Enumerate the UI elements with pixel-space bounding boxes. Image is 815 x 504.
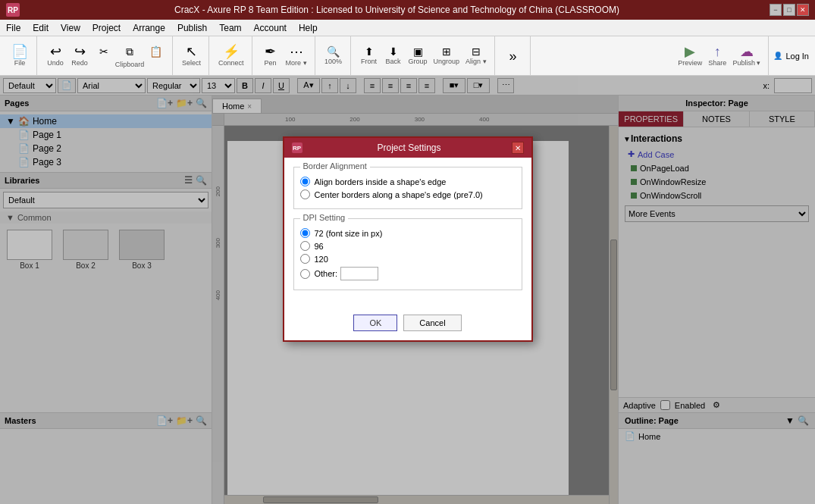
more-label: More ▾ — [286, 59, 307, 67]
menu-team[interactable]: Team — [213, 21, 247, 35]
menu-project[interactable]: Project — [86, 21, 127, 35]
dpi-96-label: 96 — [315, 242, 324, 251]
window-controls[interactable]: − □ ✕ — [770, 4, 809, 16]
maximize-button[interactable]: □ — [783, 4, 795, 16]
connect-group: ⚡ Connect — [211, 36, 252, 75]
select-button[interactable]: ↖ Select — [179, 43, 204, 68]
dialog-title: Project Settings — [307, 142, 512, 153]
cancel-button[interactable]: Cancel — [403, 315, 461, 331]
dpi-radio-other[interactable] — [300, 269, 310, 279]
menu-edit[interactable]: Edit — [27, 21, 55, 35]
border-alignment-content: Align borders inside a shape's edge Cent… — [300, 177, 516, 199]
close-button[interactable]: ✕ — [797, 4, 809, 16]
redo-icon: ↪ — [74, 45, 86, 58]
overflow-button[interactable]: » — [501, 48, 525, 64]
front-label: Front — [361, 58, 377, 65]
dpi-radio-row-other: Other: 72 — [300, 267, 516, 280]
minimize-button[interactable]: − — [770, 4, 782, 16]
back-button[interactable]: ⬇ Back — [381, 45, 406, 67]
menu-help[interactable]: Help — [293, 21, 324, 35]
menu-publish[interactable]: Publish — [171, 21, 213, 35]
preview-button[interactable]: ▶ Preview — [675, 43, 705, 68]
publish-icon: ☁ — [740, 45, 754, 58]
clipboard-group: ↩ Undo ↪ Redo ✂ ⧉ 📋 Clipboard — [39, 36, 173, 75]
preview-label: Preview — [678, 59, 702, 67]
dpi-radio-120[interactable] — [300, 254, 310, 264]
border-radio-1[interactable] — [300, 177, 310, 186]
ungroup-icon: ⊞ — [442, 46, 451, 57]
select-icon: ↖ — [186, 45, 197, 58]
align-button[interactable]: ⊟ Align ▾ — [462, 45, 490, 67]
arrange-group: ⬆ Front ⬇ Back ▣ Group ⊞ Ungroup ⊟ Align… — [353, 36, 495, 75]
zoom-icon: 🔍 — [327, 46, 340, 57]
share-icon: ↑ — [714, 45, 721, 58]
publish-group: ▶ Preview ↑ Share ☁ Publish ▾ — [670, 36, 769, 75]
dpi-radio-row-72: 72 (font size in px) — [300, 228, 516, 238]
clipboard-label: Clipboard — [115, 61, 145, 68]
pen-icon: ✒ — [265, 45, 276, 58]
share-button[interactable]: ↑ Share — [705, 43, 729, 68]
connect-icon: ⚡ — [223, 45, 240, 58]
dpi-other-label: Other: — [315, 269, 338, 278]
zoom-selector[interactable]: 🔍 100% — [321, 45, 346, 67]
border-radio-2[interactable] — [300, 189, 310, 199]
login-button[interactable]: 👤 Log In — [770, 50, 812, 62]
front-button[interactable]: ⬆ Front — [357, 45, 381, 67]
paste-button[interactable]: 📋 — [143, 44, 168, 60]
ungroup-button[interactable]: ⊞ Ungroup — [431, 45, 463, 67]
pen-button[interactable]: ✒ Pen — [259, 43, 283, 68]
toolbar: 📄 File ↩ Undo ↪ Redo ✂ ⧉ 📋 Clipboard ↖ S… — [0, 36, 815, 76]
publish-button[interactable]: ☁ Publish ▾ — [729, 43, 763, 68]
more-group: » — [497, 36, 531, 75]
more-tools-button[interactable]: ⋯ More ▾ — [283, 43, 310, 68]
dpi-other-input[interactable]: 72 — [340, 267, 378, 280]
ungroup-label: Ungroup — [434, 58, 460, 65]
project-settings-dialog: RP Project Settings ✕ Border Alignment A… — [283, 136, 533, 342]
undo-icon: ↩ — [50, 45, 61, 58]
select-group: ↖ Select — [174, 36, 209, 75]
modal-overlay: RP Project Settings ✕ Border Alignment A… — [0, 76, 815, 504]
undo-button[interactable]: ↩ Undo — [43, 43, 67, 68]
connect-button[interactable]: ⚡ Connect — [215, 43, 247, 68]
copy-button[interactable]: ⧉ — [118, 44, 142, 60]
zoom-label: 100% — [324, 58, 342, 65]
dpi-radio-96[interactable] — [300, 241, 310, 251]
connect-label: Connect — [218, 59, 244, 67]
menu-view[interactable]: View — [55, 21, 86, 35]
cut-button[interactable]: ✂ — [92, 44, 116, 60]
overflow-icon: » — [509, 49, 517, 63]
dpi-section: DPI Setting 72 (font size in px) 96 120 — [293, 218, 522, 290]
zoom-group: 🔍 100% — [317, 36, 351, 75]
dpi-title: DPI Setting — [300, 213, 349, 222]
pen-label: Pen — [265, 59, 277, 67]
ok-button[interactable]: OK — [353, 315, 397, 331]
menu-arrange[interactable]: Arrange — [127, 21, 171, 35]
back-label: Back — [386, 58, 401, 65]
undo-label: Undo — [47, 59, 64, 67]
dpi-radio-72[interactable] — [300, 228, 310, 238]
redo-button[interactable]: ↪ Redo — [67, 43, 92, 68]
dpi-120-label: 120 — [315, 255, 328, 264]
new-file-button[interactable]: 📄 File — [8, 43, 32, 68]
back-icon: ⬇ — [389, 46, 398, 57]
dialog-logo: RP — [292, 142, 302, 153]
dialog-close-button[interactable]: ✕ — [512, 142, 524, 154]
preview-icon: ▶ — [685, 45, 695, 58]
user-icon: 👤 — [773, 52, 782, 60]
border-radio-row-2: Center borders along a shape's edge (pre… — [300, 189, 516, 199]
group-label: Group — [409, 58, 428, 65]
dpi-72-label: 72 (font size in px) — [315, 229, 383, 238]
border-radio-row-1: Align borders inside a shape's edge — [300, 177, 516, 186]
menu-account[interactable]: Account — [248, 21, 293, 35]
group-button[interactable]: ▣ Group — [406, 45, 431, 67]
redo-label: Redo — [71, 59, 88, 67]
select-label: Select — [182, 59, 201, 67]
dialog-footer: OK Cancel — [284, 308, 531, 340]
titlebar: RP CracX - Axure RP 8 Team Edition : Lic… — [0, 0, 815, 20]
border-alignment-section: Border Alignment Align borders inside a … — [293, 167, 522, 209]
pen-group: ✒ Pen ⋯ More ▾ — [254, 36, 315, 75]
more-icon: ⋯ — [290, 45, 303, 58]
align-label: Align ▾ — [465, 58, 487, 65]
dpi-radio-row-120: 120 — [300, 254, 516, 264]
menu-file[interactable]: File — [0, 21, 27, 35]
